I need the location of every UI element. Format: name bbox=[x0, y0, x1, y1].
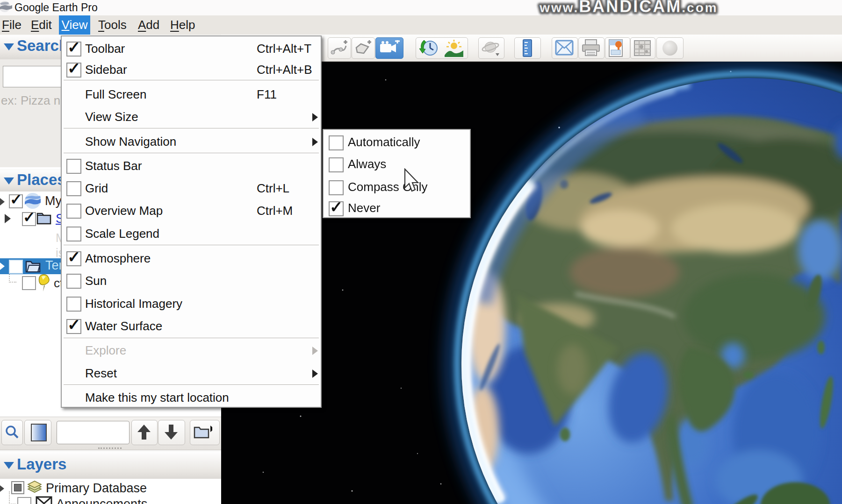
svg-text:www.BANDICAM.com: www.BANDICAM.com bbox=[539, 0, 718, 16]
